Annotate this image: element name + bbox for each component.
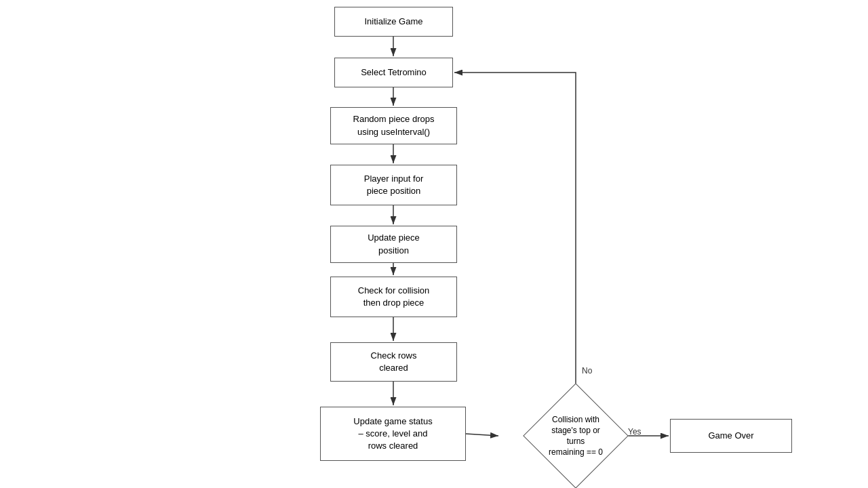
random-box: Random piece dropsusing useInterval()	[330, 107, 457, 144]
gameover-box: Game Over	[670, 419, 792, 453]
diamond-wrapper: Collision withstage's top orturnsremaini…	[538, 399, 613, 473]
yes-label: Yes	[628, 427, 642, 436]
no-label: No	[582, 366, 592, 375]
collision-diamond	[523, 383, 629, 488]
update-box: Update pieceposition	[330, 226, 457, 263]
init-box: Initialize Game	[334, 7, 453, 37]
select-box: Select Tetromino	[334, 58, 453, 87]
collision-box: Check for collisionthen drop piece	[330, 277, 457, 317]
rows-box: Check rowscleared	[330, 342, 457, 382]
flowchart: Initialize Game Select Tetromino Random …	[0, 0, 868, 488]
player-box: Player input forpiece position	[330, 165, 457, 205]
svg-line-8	[466, 434, 498, 436]
gamestatus-box: Update game status– score, level androws…	[320, 407, 466, 461]
